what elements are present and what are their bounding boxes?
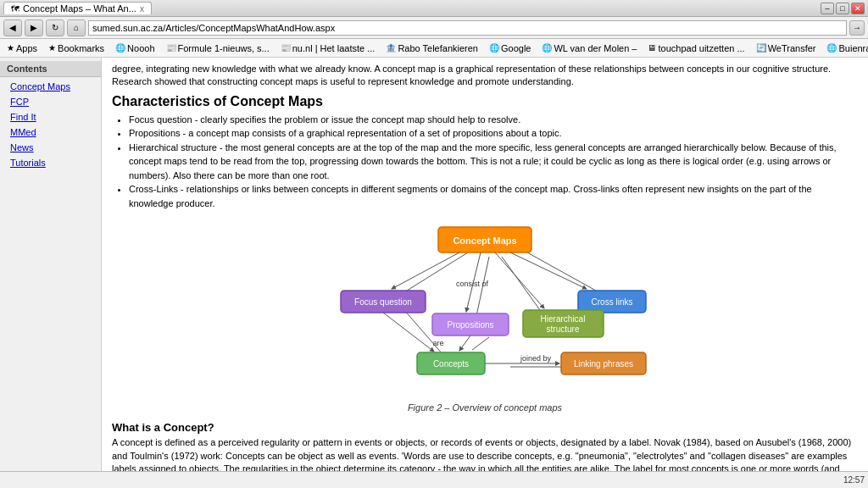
- bookmark-buienradar-label: Buienradar.nl - verw...: [838, 43, 868, 53]
- noooh-icon: 🌐: [115, 43, 125, 53]
- clock: 12:57: [843, 475, 865, 485]
- sidebar-item-news[interactable]: News: [0, 140, 101, 155]
- wlvandermolen-icon: 🌐: [542, 43, 552, 53]
- svg-line-31: [459, 336, 470, 351]
- refresh-button[interactable]: ↻: [46, 19, 64, 36]
- bullet-cross-links: Cross-Links - relationships or links bet…: [129, 182, 858, 210]
- bullet-propositions: Propositions - a concept map consists of…: [129, 126, 858, 141]
- nu-icon: 📰: [281, 43, 291, 53]
- bookmark-rabo-label: Rabo Telefankieren: [398, 43, 478, 53]
- bookmark-touchpad[interactable]: 🖥 touchpad uitzetten ...: [643, 42, 749, 54]
- touchpad-icon: 🖥: [648, 43, 656, 53]
- sidebar-item-mmed[interactable]: MMed: [0, 125, 101, 140]
- tab-close-button[interactable]: x: [140, 4, 144, 14]
- wetransfer-icon: 🔄: [756, 43, 766, 53]
- address-bar: ◀ ▶ ↻ ⌂ →: [0, 17, 868, 39]
- formule1-icon: 📰: [166, 43, 176, 53]
- url-input[interactable]: [88, 20, 847, 36]
- forward-button[interactable]: ▶: [25, 19, 43, 36]
- bookmark-formule1-label: Formule 1-nieuws, s...: [178, 43, 270, 53]
- minimize-button[interactable]: –: [821, 3, 834, 14]
- title-bar: 🗺 Concept Maps – What An... x – □ ✕: [0, 0, 868, 17]
- bookmarks-icon: ★: [48, 43, 56, 53]
- bullet-focus-question: Focus question - clearly specifies the p…: [129, 113, 858, 127]
- bookmark-wlvandermolen[interactable]: 🌐 WL van der Molen –: [537, 42, 642, 54]
- bookmark-wlvandermolen-label: WL van der Molen –: [554, 43, 637, 53]
- svg-line-29: [495, 252, 544, 308]
- bookmarks-bar: ★ Apps ★ Bookmarks 🌐 Noooh 📰 Formule 1-n…: [0, 39, 868, 58]
- content-area[interactable]: degree, integrating new knowledge with w…: [102, 58, 868, 471]
- back-button[interactable]: ◀: [3, 19, 22, 36]
- bookmark-buienradar[interactable]: 🌐 Buienradar.nl - verw...: [821, 42, 868, 54]
- bookmark-bookmarks-label: Bookmarks: [58, 43, 104, 53]
- characteristics-title: Characteristics of Concept Maps: [112, 94, 858, 109]
- window-controls: – □ ✕: [821, 3, 865, 14]
- tab-favicon: 🗺: [11, 4, 19, 14]
- tab-title: Concept Maps – What An...: [23, 3, 136, 14]
- close-button[interactable]: ✕: [851, 3, 865, 14]
- sidebar-item-find-it[interactable]: Find It: [0, 109, 101, 125]
- sidebar-item-fcp[interactable]: FCP: [0, 94, 101, 109]
- svg-text:Concepts: Concepts: [433, 359, 469, 369]
- go-button[interactable]: →: [849, 20, 865, 36]
- sidebar-item-tutorials[interactable]: Tutorials: [0, 155, 101, 170]
- what-is-concept-title: What is a Concept?: [112, 421, 858, 434]
- bookmark-formule1[interactable]: 📰 Formule 1-nieuws, s...: [161, 42, 275, 54]
- main-layout: Contents Concept Maps FCP Find It MMed N…: [0, 58, 868, 471]
- google-icon: 🌐: [489, 43, 499, 53]
- bookmark-nu[interactable]: 📰 nu.nl | Het laatste ...: [275, 42, 381, 54]
- svg-line-30: [383, 313, 434, 352]
- svg-text:Propositions: Propositions: [447, 320, 493, 330]
- bookmark-rabo[interactable]: 🏦 Rabo Telefankieren: [381, 42, 483, 54]
- bookmark-noooh-label: Noooh: [127, 43, 154, 53]
- rabo-icon: 🏦: [386, 43, 396, 53]
- apps-icon: ★: [7, 43, 14, 53]
- svg-text:are: are: [432, 339, 443, 347]
- svg-text:Concept Maps: Concept Maps: [453, 236, 516, 246]
- sidebar-header: Contents: [0, 61, 101, 77]
- intro-paragraph: degree, integrating new knowledge with w…: [112, 63, 858, 89]
- bookmark-noooh[interactable]: 🌐 Noooh: [110, 42, 159, 54]
- status-bar: 12:57: [0, 471, 868, 488]
- bookmark-google[interactable]: 🌐 Google: [484, 42, 536, 54]
- svg-line-1: [527, 252, 604, 295]
- what-is-concept-text: A concept is defined as a perceived regu…: [112, 436, 858, 471]
- bookmark-wetransfer-label: WeTransfer: [768, 43, 816, 53]
- characteristics-list: Focus question - clearly specifies the p…: [129, 113, 858, 211]
- home-button[interactable]: ⌂: [67, 19, 86, 36]
- maximize-button[interactable]: □: [836, 3, 849, 14]
- buienradar-icon: 🌐: [826, 43, 837, 53]
- diagram-svg: consist of are joined by Concept Maps Fo…: [273, 219, 697, 396]
- svg-text:Linking phrases: Linking phrases: [574, 359, 633, 369]
- sidebar-item-concept-maps[interactable]: Concept Maps: [0, 79, 101, 94]
- browser-tab[interactable]: 🗺 Concept Maps – What An... x: [3, 2, 152, 14]
- bookmark-apps-label: Apps: [16, 43, 37, 53]
- sidebar: Contents Concept Maps FCP Find It MMed N…: [0, 58, 102, 471]
- bookmark-nu-label: nu.nl | Het laatste ...: [292, 43, 376, 53]
- svg-line-5: [472, 337, 489, 350]
- concept-map-diagram: consist of are joined by Concept Maps Fo…: [273, 219, 697, 413]
- svg-text:joined by: joined by: [520, 354, 552, 363]
- bookmark-wetransfer[interactable]: 🔄 WeTransfer: [751, 42, 821, 54]
- bookmark-touchpad-label: touchpad uitzetten ...: [658, 43, 744, 53]
- svg-line-0: [400, 252, 468, 295]
- diagram-caption: Figure 2 – Overview of concept maps: [273, 402, 697, 413]
- bullet-hierarchical: Hierarchical structure - the most genera…: [129, 141, 858, 183]
- bookmark-google-label: Google: [501, 43, 531, 53]
- bookmark-apps[interactable]: ★ Apps: [2, 42, 42, 54]
- svg-text:Focus question: Focus question: [354, 297, 412, 307]
- svg-text:structure: structure: [547, 324, 580, 334]
- bookmark-bookmarks[interactable]: ★ Bookmarks: [43, 42, 109, 54]
- svg-text:Hierarchical: Hierarchical: [541, 314, 586, 324]
- svg-text:Cross links: Cross links: [592, 297, 633, 307]
- svg-line-26: [392, 252, 459, 289]
